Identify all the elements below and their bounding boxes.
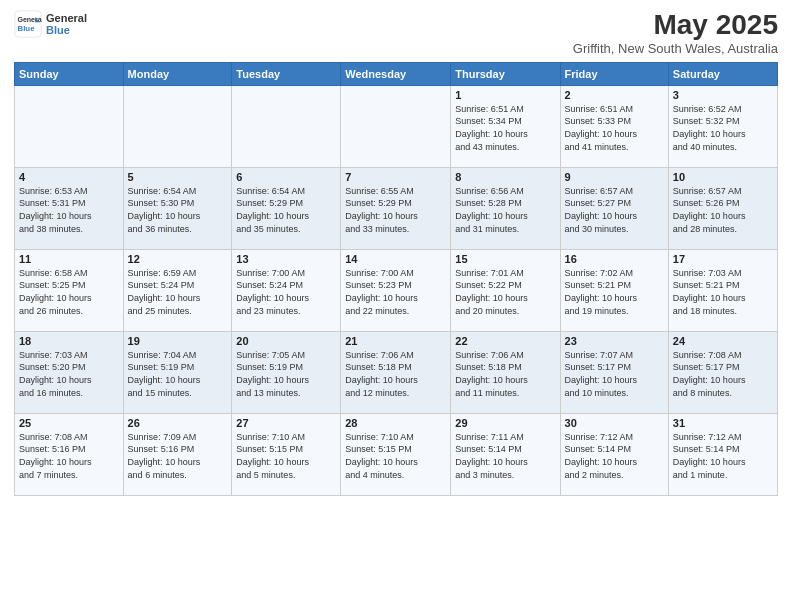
- day-info: Sunrise: 6:51 AM Sunset: 5:33 PM Dayligh…: [565, 103, 664, 153]
- day-number: 22: [455, 335, 555, 347]
- col-header-wednesday: Wednesday: [341, 62, 451, 85]
- day-info: Sunrise: 7:08 AM Sunset: 5:17 PM Dayligh…: [673, 349, 773, 399]
- day-number: 5: [128, 171, 228, 183]
- day-number: 25: [19, 417, 119, 429]
- subtitle: Griffith, New South Wales, Australia: [573, 41, 778, 56]
- day-number: 23: [565, 335, 664, 347]
- day-cell: 1Sunrise: 6:51 AM Sunset: 5:34 PM Daylig…: [451, 85, 560, 167]
- day-cell: [15, 85, 124, 167]
- day-cell: 15Sunrise: 7:01 AM Sunset: 5:22 PM Dayli…: [451, 249, 560, 331]
- week-row-1: 1Sunrise: 6:51 AM Sunset: 5:34 PM Daylig…: [15, 85, 778, 167]
- header-row: SundayMondayTuesdayWednesdayThursdayFrid…: [15, 62, 778, 85]
- day-info: Sunrise: 7:06 AM Sunset: 5:18 PM Dayligh…: [455, 349, 555, 399]
- day-cell: 17Sunrise: 7:03 AM Sunset: 5:21 PM Dayli…: [668, 249, 777, 331]
- day-cell: 3Sunrise: 6:52 AM Sunset: 5:32 PM Daylig…: [668, 85, 777, 167]
- calendar-header: SundayMondayTuesdayWednesdayThursdayFrid…: [15, 62, 778, 85]
- day-info: Sunrise: 7:03 AM Sunset: 5:21 PM Dayligh…: [673, 267, 773, 317]
- day-cell: 11Sunrise: 6:58 AM Sunset: 5:25 PM Dayli…: [15, 249, 124, 331]
- day-info: Sunrise: 7:08 AM Sunset: 5:16 PM Dayligh…: [19, 431, 119, 481]
- day-cell: 20Sunrise: 7:05 AM Sunset: 5:19 PM Dayli…: [232, 331, 341, 413]
- day-info: Sunrise: 6:54 AM Sunset: 5:30 PM Dayligh…: [128, 185, 228, 235]
- day-cell: 21Sunrise: 7:06 AM Sunset: 5:18 PM Dayli…: [341, 331, 451, 413]
- day-info: Sunrise: 7:04 AM Sunset: 5:19 PM Dayligh…: [128, 349, 228, 399]
- day-number: 28: [345, 417, 446, 429]
- main-title: May 2025: [573, 10, 778, 41]
- calendar-body: 1Sunrise: 6:51 AM Sunset: 5:34 PM Daylig…: [15, 85, 778, 495]
- day-cell: 19Sunrise: 7:04 AM Sunset: 5:19 PM Dayli…: [123, 331, 232, 413]
- day-info: Sunrise: 6:52 AM Sunset: 5:32 PM Dayligh…: [673, 103, 773, 153]
- logo-line1: General: [46, 12, 87, 24]
- day-number: 4: [19, 171, 119, 183]
- day-number: 31: [673, 417, 773, 429]
- day-info: Sunrise: 7:05 AM Sunset: 5:19 PM Dayligh…: [236, 349, 336, 399]
- svg-text:Blue: Blue: [18, 24, 36, 33]
- day-cell: 16Sunrise: 7:02 AM Sunset: 5:21 PM Dayli…: [560, 249, 668, 331]
- day-info: Sunrise: 6:53 AM Sunset: 5:31 PM Dayligh…: [19, 185, 119, 235]
- day-number: 20: [236, 335, 336, 347]
- day-info: Sunrise: 7:10 AM Sunset: 5:15 PM Dayligh…: [236, 431, 336, 481]
- day-info: Sunrise: 6:55 AM Sunset: 5:29 PM Dayligh…: [345, 185, 446, 235]
- day-number: 24: [673, 335, 773, 347]
- day-cell: 14Sunrise: 7:00 AM Sunset: 5:23 PM Dayli…: [341, 249, 451, 331]
- col-header-monday: Monday: [123, 62, 232, 85]
- day-cell: 4Sunrise: 6:53 AM Sunset: 5:31 PM Daylig…: [15, 167, 124, 249]
- week-row-2: 4Sunrise: 6:53 AM Sunset: 5:31 PM Daylig…: [15, 167, 778, 249]
- day-cell: 10Sunrise: 6:57 AM Sunset: 5:26 PM Dayli…: [668, 167, 777, 249]
- day-number: 13: [236, 253, 336, 265]
- day-number: 12: [128, 253, 228, 265]
- day-info: Sunrise: 7:09 AM Sunset: 5:16 PM Dayligh…: [128, 431, 228, 481]
- day-cell: 27Sunrise: 7:10 AM Sunset: 5:15 PM Dayli…: [232, 413, 341, 495]
- day-cell: 31Sunrise: 7:12 AM Sunset: 5:14 PM Dayli…: [668, 413, 777, 495]
- day-cell: 26Sunrise: 7:09 AM Sunset: 5:16 PM Dayli…: [123, 413, 232, 495]
- day-number: 15: [455, 253, 555, 265]
- day-number: 21: [345, 335, 446, 347]
- day-cell: 5Sunrise: 6:54 AM Sunset: 5:30 PM Daylig…: [123, 167, 232, 249]
- day-cell: 7Sunrise: 6:55 AM Sunset: 5:29 PM Daylig…: [341, 167, 451, 249]
- day-info: Sunrise: 7:02 AM Sunset: 5:21 PM Dayligh…: [565, 267, 664, 317]
- day-cell: 12Sunrise: 6:59 AM Sunset: 5:24 PM Dayli…: [123, 249, 232, 331]
- day-cell: 18Sunrise: 7:03 AM Sunset: 5:20 PM Dayli…: [15, 331, 124, 413]
- col-header-friday: Friday: [560, 62, 668, 85]
- page: General Blue General Blue May 2025 Griff…: [0, 0, 792, 612]
- col-header-sunday: Sunday: [15, 62, 124, 85]
- day-number: 29: [455, 417, 555, 429]
- day-info: Sunrise: 7:12 AM Sunset: 5:14 PM Dayligh…: [673, 431, 773, 481]
- day-info: Sunrise: 6:58 AM Sunset: 5:25 PM Dayligh…: [19, 267, 119, 317]
- day-info: Sunrise: 6:56 AM Sunset: 5:28 PM Dayligh…: [455, 185, 555, 235]
- day-cell: 6Sunrise: 6:54 AM Sunset: 5:29 PM Daylig…: [232, 167, 341, 249]
- day-cell: 23Sunrise: 7:07 AM Sunset: 5:17 PM Dayli…: [560, 331, 668, 413]
- header: General Blue General Blue May 2025 Griff…: [14, 10, 778, 56]
- logo-text: General Blue: [46, 12, 87, 36]
- day-cell: 24Sunrise: 7:08 AM Sunset: 5:17 PM Dayli…: [668, 331, 777, 413]
- day-cell: 29Sunrise: 7:11 AM Sunset: 5:14 PM Dayli…: [451, 413, 560, 495]
- day-number: 6: [236, 171, 336, 183]
- col-header-tuesday: Tuesday: [232, 62, 341, 85]
- day-info: Sunrise: 7:11 AM Sunset: 5:14 PM Dayligh…: [455, 431, 555, 481]
- calendar-table: SundayMondayTuesdayWednesdayThursdayFrid…: [14, 62, 778, 496]
- day-cell: 22Sunrise: 7:06 AM Sunset: 5:18 PM Dayli…: [451, 331, 560, 413]
- day-number: 14: [345, 253, 446, 265]
- day-info: Sunrise: 7:06 AM Sunset: 5:18 PM Dayligh…: [345, 349, 446, 399]
- day-cell: 9Sunrise: 6:57 AM Sunset: 5:27 PM Daylig…: [560, 167, 668, 249]
- day-cell: 25Sunrise: 7:08 AM Sunset: 5:16 PM Dayli…: [15, 413, 124, 495]
- day-info: Sunrise: 7:10 AM Sunset: 5:15 PM Dayligh…: [345, 431, 446, 481]
- day-cell: 8Sunrise: 6:56 AM Sunset: 5:28 PM Daylig…: [451, 167, 560, 249]
- day-cell: 2Sunrise: 6:51 AM Sunset: 5:33 PM Daylig…: [560, 85, 668, 167]
- week-row-3: 11Sunrise: 6:58 AM Sunset: 5:25 PM Dayli…: [15, 249, 778, 331]
- col-header-saturday: Saturday: [668, 62, 777, 85]
- logo: General Blue General Blue: [14, 10, 87, 38]
- day-info: Sunrise: 7:01 AM Sunset: 5:22 PM Dayligh…: [455, 267, 555, 317]
- day-cell: 28Sunrise: 7:10 AM Sunset: 5:15 PM Dayli…: [341, 413, 451, 495]
- day-number: 2: [565, 89, 664, 101]
- day-number: 1: [455, 89, 555, 101]
- day-info: Sunrise: 6:59 AM Sunset: 5:24 PM Dayligh…: [128, 267, 228, 317]
- day-info: Sunrise: 6:51 AM Sunset: 5:34 PM Dayligh…: [455, 103, 555, 153]
- day-number: 19: [128, 335, 228, 347]
- day-info: Sunrise: 7:07 AM Sunset: 5:17 PM Dayligh…: [565, 349, 664, 399]
- day-number: 17: [673, 253, 773, 265]
- logo-icon: General Blue: [14, 10, 42, 38]
- week-row-4: 18Sunrise: 7:03 AM Sunset: 5:20 PM Dayli…: [15, 331, 778, 413]
- day-number: 7: [345, 171, 446, 183]
- col-header-thursday: Thursday: [451, 62, 560, 85]
- day-number: 26: [128, 417, 228, 429]
